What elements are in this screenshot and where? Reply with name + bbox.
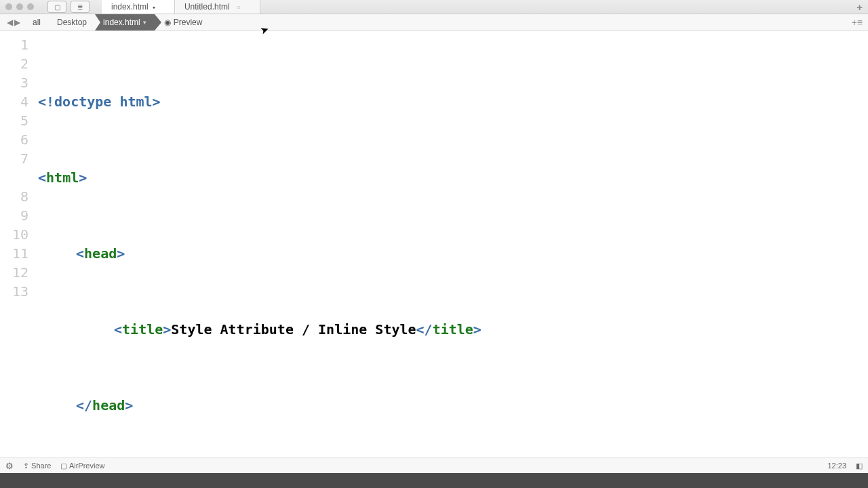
tab-index-html[interactable]: index.html ● [102, 0, 175, 14]
code-content[interactable]: <!doctype html> <html> <head> <title>Sty… [35, 31, 868, 458]
chevron-down-icon: ▾ [143, 19, 146, 26]
add-panel-button[interactable]: +≡ [852, 17, 863, 28]
sidebar-toggle-icon[interactable]: ▢ [47, 1, 66, 13]
minimize-window-icon[interactable] [16, 3, 23, 10]
breadcrumb-desktop[interactable]: Desktop [49, 14, 95, 30]
dock-hint [0, 473, 868, 488]
close-window-icon[interactable] [5, 3, 12, 10]
zoom-window-icon[interactable] [27, 3, 34, 10]
titlebar: ▢ ≣ index.html ● Untitled.html ○ + [0, 0, 868, 14]
breadcrumb-all[interactable]: all [24, 14, 49, 30]
layout-toggle-icon[interactable]: ≣ [71, 1, 90, 13]
nav-forward-icon[interactable]: ▶ [14, 18, 20, 27]
panel-toggle-icon[interactable]: ◧ [856, 462, 863, 470]
tab-label: Untitled.html [184, 2, 230, 12]
breadcrumb-bar: ◀ ▶ all Desktop index.html▾ ◉ Preview +≡ [0, 14, 868, 31]
tab-strip: index.html ● Untitled.html ○ [102, 0, 260, 14]
airpreview-button[interactable]: ▢ AirPreview [60, 462, 104, 470]
cursor-position: 12:23 [827, 462, 846, 470]
window-controls[interactable] [5, 3, 34, 10]
new-tab-button[interactable]: + [856, 1, 863, 13]
tab-label: index.html [111, 2, 149, 12]
code-token: <!doctype html> [38, 94, 161, 110]
settings-gear-icon[interactable]: ⚙ [5, 461, 14, 471]
preview-eye-icon[interactable]: ◉ [164, 18, 171, 27]
breadcrumb-label: all [33, 18, 41, 27]
breadcrumb-label: Desktop [57, 18, 87, 27]
dirty-indicator-icon: ● [153, 5, 155, 9]
preview-label[interactable]: Preview [174, 18, 203, 27]
tab-close-icon[interactable]: ○ [237, 3, 241, 11]
share-button[interactable]: ⇪ Share [23, 462, 51, 470]
breadcrumb-label: index.html [103, 18, 140, 27]
line-numbers: 123 456 78 91011 1213 [0, 31, 35, 458]
status-bar: ⚙ ⇪ Share ▢ AirPreview 12:23 ◧ [0, 458, 868, 473]
code-editor[interactable]: 123 456 78 91011 1213 <!doctype html> <h… [0, 31, 868, 458]
tab-untitled-html[interactable]: Untitled.html ○ [175, 0, 260, 14]
nav-back-icon[interactable]: ◀ [7, 18, 13, 27]
breadcrumb-file[interactable]: index.html▾ [95, 14, 155, 30]
